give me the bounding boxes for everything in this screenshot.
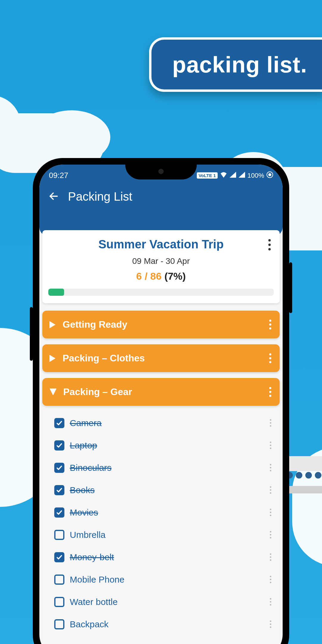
item-label: Money-belt: [70, 552, 114, 562]
section-label: Packing – Gear: [63, 386, 261, 397]
battery-text: 100%: [247, 172, 264, 179]
trip-menu-button[interactable]: [265, 236, 274, 253]
section-label: Getting Ready: [63, 319, 261, 330]
checklist-item[interactable]: Mobile Phone: [42, 568, 280, 591]
section-header[interactable]: Packing – Clothes: [42, 344, 280, 372]
item-menu-button[interactable]: [267, 573, 274, 586]
checklist-item[interactable]: Water bottle: [42, 591, 280, 613]
item-menu-button[interactable]: [267, 618, 274, 630]
content-area: Summer Vacation Trip 09 Mar - 30 Apr 6 /…: [39, 230, 283, 635]
section-menu-button[interactable]: [267, 385, 273, 399]
back-button[interactable]: [48, 191, 59, 203]
airplane-decoration: [286, 472, 322, 479]
checklist-item[interactable]: Binoculars: [42, 456, 280, 479]
section-header[interactable]: Getting Ready: [42, 311, 280, 338]
section-header[interactable]: Packing – Gear: [42, 378, 280, 406]
checklist: CameraLaptopBinocularsBooksMoviesUmbrell…: [42, 412, 280, 635]
checklist-item[interactable]: Umbrella: [42, 524, 280, 546]
item-menu-button[interactable]: [267, 529, 274, 541]
checkbox[interactable]: [54, 418, 64, 428]
progress-fill: [48, 289, 64, 296]
progress-total: 86: [150, 270, 162, 282]
status-time: 09:27: [49, 171, 68, 180]
trip-progress-text: 6 / 86 (7%): [48, 270, 274, 282]
item-menu-button[interactable]: [267, 484, 274, 496]
wifi-icon: [220, 172, 227, 179]
item-menu-button[interactable]: [267, 596, 274, 608]
item-menu-button[interactable]: [267, 462, 274, 474]
section-menu-button[interactable]: [267, 318, 273, 331]
item-label: Mobile Phone: [70, 575, 124, 585]
item-label: Umbrella: [70, 530, 106, 540]
signal-icon: [239, 172, 245, 179]
phone-screen: 09:27 VoLTE 1 100%: [39, 165, 283, 644]
checklist-item[interactable]: Laptop: [42, 434, 280, 456]
section-menu-button[interactable]: [267, 352, 273, 365]
checkbox[interactable]: [54, 619, 64, 629]
phone-notch: [125, 165, 197, 179]
item-label: Backpack: [70, 619, 109, 629]
chevron-down-icon: [49, 388, 57, 396]
checkbox[interactable]: [54, 440, 64, 451]
svg-point-1: [268, 173, 271, 176]
progress-percent: (7%): [164, 270, 186, 282]
item-label: Camera: [70, 418, 102, 428]
volte-badge: VoLTE 1: [197, 172, 218, 179]
item-menu-button[interactable]: [267, 551, 274, 563]
checkbox[interactable]: [54, 552, 64, 562]
checklist-item[interactable]: Backpack: [42, 613, 280, 635]
progress-bar: [48, 289, 274, 296]
phone-volume-button: [30, 307, 33, 361]
checkbox[interactable]: [54, 485, 64, 495]
battery-icon: [267, 171, 273, 180]
item-label: Movies: [70, 507, 98, 518]
signal-icon: [230, 172, 236, 179]
page-title: Packing List: [68, 190, 132, 203]
checklist-item[interactable]: Books: [42, 479, 280, 501]
item-menu-button[interactable]: [267, 506, 274, 518]
play-icon: [49, 321, 57, 329]
checkbox[interactable]: [54, 530, 64, 540]
play-icon: [49, 354, 57, 363]
item-label: Binoculars: [70, 463, 112, 473]
phone-power-button: [289, 262, 292, 313]
item-menu-button[interactable]: [267, 417, 274, 429]
item-menu-button[interactable]: [267, 439, 274, 451]
sections-list: Getting ReadyPacking – ClothesPacking – …: [42, 311, 280, 635]
checkbox[interactable]: [54, 463, 64, 473]
promo-badge: packing list.: [149, 37, 322, 92]
checkbox[interactable]: [54, 507, 64, 518]
trip-summary-card: Summer Vacation Trip 09 Mar - 30 Apr 6 /…: [42, 230, 280, 303]
checklist-item[interactable]: Money-belt: [42, 546, 280, 568]
progress-done: 6: [136, 270, 142, 282]
checklist-item[interactable]: Movies: [42, 501, 280, 524]
item-label: Books: [70, 485, 95, 495]
item-label: Water bottle: [70, 597, 118, 607]
trip-dates: 09 Mar - 30 Apr: [48, 256, 274, 266]
trip-title: Summer Vacation Trip: [48, 238, 274, 251]
phone-frame: 09:27 VoLTE 1 100%: [33, 158, 289, 644]
checkbox[interactable]: [54, 597, 64, 607]
checkbox[interactable]: [54, 575, 64, 585]
item-label: Laptop: [70, 440, 97, 451]
section-label: Packing – Clothes: [63, 353, 261, 364]
checklist-item[interactable]: Camera: [42, 412, 280, 434]
